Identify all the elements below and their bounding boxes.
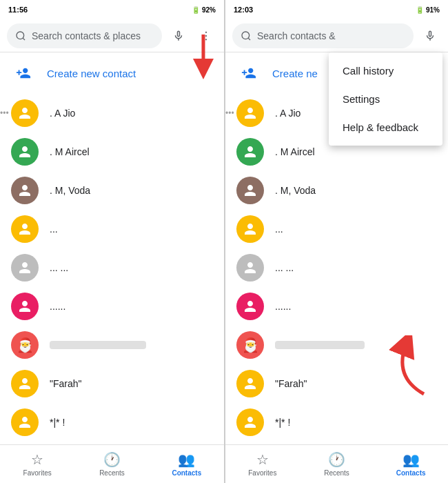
list-item[interactable]: ... [225, 210, 448, 248]
list-item[interactable]: 🎅 [0, 326, 224, 364]
contact-name: "Farah" [275, 378, 307, 389]
contact-avatar [11, 138, 39, 166]
contact-avatar [11, 99, 39, 127]
right-phone-screen: 12:03 🔋 91% Search contacts & C [225, 0, 448, 483]
contact-avatar [236, 99, 264, 127]
left-create-contact[interactable]: Create new contact [0, 52, 224, 94]
list-item[interactable]: (SA... [0, 442, 224, 444]
list-item[interactable]: ...... [225, 287, 448, 326]
right-battery: 91% [426, 6, 440, 14]
svg-point-3 [205, 34, 207, 36]
right-time: 12:03 [234, 6, 253, 14]
contact-name: ... ... [50, 262, 68, 273]
contact-name: ... ... [275, 262, 294, 273]
list-item[interactable]: . M, Voda [225, 171, 448, 210]
right-nav-recents[interactable]: 🕐 Recents [300, 451, 374, 477]
contact-name: . M Aircel [275, 146, 315, 157]
contacts-label: Contacts [172, 469, 201, 477]
dropdown-menu: Call history Settings Help & feedback [329, 52, 442, 146]
right-nav-favorites[interactable]: ☆ Favorites [225, 451, 300, 477]
list-item[interactable]: 🎅 [225, 326, 448, 364]
list-item[interactable]: ...... [0, 287, 224, 326]
right-status-bar: 12:03 🔋 91% [225, 0, 448, 19]
contact-avatar [236, 254, 264, 282]
list-item[interactable]: ... ... [225, 248, 448, 287]
right-ellipsis-1: ••• [225, 108, 234, 118]
contacts-icon: 👥 [178, 451, 195, 468]
left-nav-contacts[interactable]: 👥 Contacts [150, 451, 224, 477]
dropdown-call-history[interactable]: Call history [329, 57, 442, 85]
contact-avatar [236, 138, 264, 166]
contact-avatar [11, 293, 39, 320]
list-item[interactable]: . M Aircel [0, 132, 224, 171]
list-item[interactable]: ... ... [0, 248, 224, 287]
contact-name: . A Jio [50, 108, 75, 119]
right-recents-icon: 🕐 [328, 451, 345, 468]
list-item[interactable]: *|* ! [225, 403, 448, 442]
left-more-icon[interactable] [195, 25, 217, 47]
contact-name: ... [275, 224, 283, 235]
contact-name: ...... [50, 301, 65, 312]
recents-label: Recents [99, 469, 125, 477]
left-signal-icon: 🔋 [192, 6, 200, 14]
favorites-label: Favorites [23, 469, 52, 477]
contact-avatar [236, 293, 264, 320]
svg-point-0 [17, 32, 24, 39]
svg-point-2 [205, 31, 207, 32]
left-bottom-nav: ☆ Favorites 🕐 Recents 👥 Contacts [0, 444, 224, 483]
contact-avatar [236, 215, 264, 243]
left-nav-recents[interactable]: 🕐 Recents [74, 451, 149, 477]
right-create-icon [236, 61, 261, 86]
left-search-bar[interactable]: Search contacts & places [0, 19, 224, 52]
right-search-bar[interactable]: Search contacts & [225, 19, 448, 52]
right-search-inner[interactable]: Search contacts & [232, 23, 414, 48]
right-favorites-icon: ☆ [256, 451, 269, 468]
right-contacts-label: Contacts [396, 469, 426, 477]
contact-name: *|* ! [275, 417, 290, 428]
right-status-icons: 🔋 91% [416, 6, 440, 14]
list-item[interactable]: "Farah" [225, 364, 448, 403]
contact-name: ... [50, 224, 58, 235]
right-recents-label: Recents [324, 469, 349, 477]
dropdown-help[interactable]: Help & feedback [329, 113, 442, 141]
svg-line-7 [248, 38, 250, 40]
left-search-inner[interactable]: Search contacts & places [7, 23, 162, 48]
left-battery: 92% [202, 6, 216, 14]
left-create-contact-icon [11, 61, 36, 86]
contact-name: . M, Voda [50, 185, 90, 196]
left-search-placeholder: Search contacts & places [32, 30, 154, 41]
favorites-icon: ☆ [31, 451, 43, 468]
svg-point-4 [205, 39, 207, 40]
list-item[interactable]: ... [0, 210, 224, 248]
left-time: 11:56 [8, 6, 28, 14]
contact-avatar [11, 408, 39, 436]
contact-name: . M Aircel [50, 146, 90, 157]
contact-avatar [11, 254, 39, 282]
svg-line-1 [23, 38, 25, 40]
left-search-icon [15, 30, 26, 41]
contact-avatar [11, 177, 39, 204]
recents-icon: 🕐 [103, 451, 121, 468]
contact-avatar [11, 370, 39, 397]
list-item[interactable]: "Farah" [0, 364, 224, 403]
contact-avatar [11, 215, 39, 243]
list-item[interactable]: ••• . A Jio [0, 94, 224, 132]
left-ellipsis-1: ••• [0, 108, 9, 118]
dropdown-settings[interactable]: Settings [329, 85, 442, 113]
right-create-label: Create ne [272, 68, 318, 79]
left-nav-favorites[interactable]: ☆ Favorites [0, 451, 74, 477]
list-item[interactable]: bye(SA... [225, 442, 448, 444]
right-battery-icon: 🔋 [416, 6, 424, 14]
contact-name: ...... [275, 301, 291, 312]
left-status-icons: 🔋 92% [192, 6, 216, 14]
right-nav-contacts[interactable]: 👥 Contacts [374, 451, 448, 477]
contact-name: . A Jio [275, 108, 301, 119]
contact-avatar: 🎅 [236, 331, 264, 359]
contact-name: *|* ! [50, 417, 65, 428]
contact-avatar [236, 370, 264, 397]
right-mic-icon[interactable] [419, 25, 441, 47]
list-item[interactable]: *|* ! [0, 403, 224, 442]
left-mic-icon[interactable] [167, 25, 190, 47]
list-item[interactable]: . M, Voda [0, 171, 224, 210]
right-favorites-label: Favorites [248, 469, 276, 477]
